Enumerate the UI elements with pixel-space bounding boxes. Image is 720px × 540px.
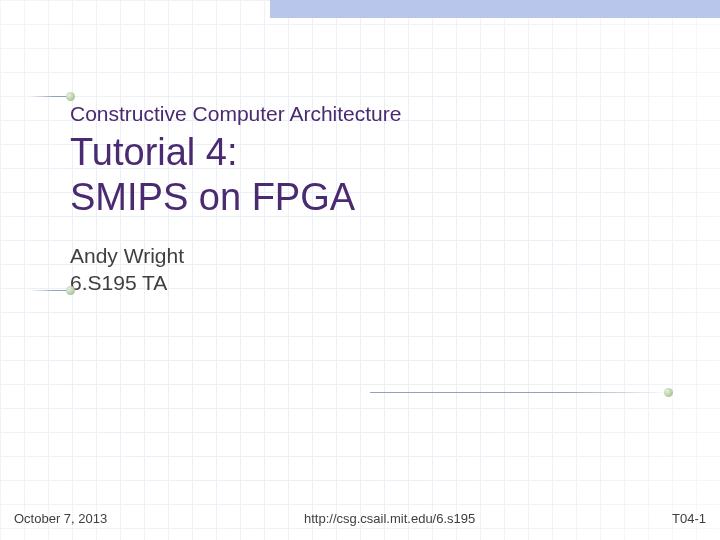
footer-date: October 7, 2013: [14, 511, 107, 526]
title-block: Constructive Computer Architecture Tutor…: [70, 100, 650, 297]
author-name: Andy Wright: [70, 242, 650, 269]
author-block: Andy Wright 6.S195 TA: [70, 242, 650, 297]
bullet-dot-top: [66, 92, 75, 101]
bullet-dot-lower: [664, 388, 673, 397]
slide-title-line1: Tutorial 4:: [70, 130, 650, 175]
slide-footer: October 7, 2013 http://csg.csail.mit.edu…: [0, 511, 720, 526]
rule-lower-right: [370, 392, 670, 393]
footer-url: http://csg.csail.mit.edu/6.s195: [304, 511, 475, 526]
top-accent-bar: [270, 0, 720, 18]
footer-slide-id: T04-1: [672, 511, 706, 526]
author-role: 6.S195 TA: [70, 269, 650, 296]
rule-top-left: [30, 96, 70, 97]
bullet-dot-mid: [66, 286, 75, 295]
slide-subtitle: Constructive Computer Architecture: [70, 100, 650, 128]
rule-mid-left: [30, 290, 70, 291]
slide-title-line2: SMIPS on FPGA: [70, 175, 650, 220]
